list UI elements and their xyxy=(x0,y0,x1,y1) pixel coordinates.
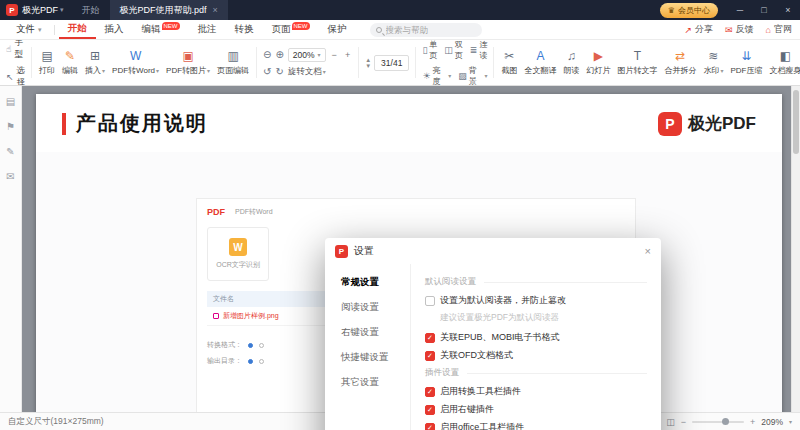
zoom-decrease-button[interactable]: − xyxy=(330,50,339,60)
attachments-icon[interactable]: ✉ xyxy=(6,171,14,182)
document-slim-button[interactable]: ◧文档瘦身 xyxy=(766,48,800,78)
share-button[interactable]: ↗分享 xyxy=(684,23,713,36)
menu-tab-page[interactable]: 页面NEW xyxy=(263,20,319,39)
play-icon: ▶ xyxy=(594,50,603,63)
inner-card-icon: W xyxy=(229,238,247,256)
convert-toolbar-plugin-row[interactable]: ✓ 启用转换工具栏插件 xyxy=(425,385,647,398)
hand-tool-button[interactable]: ☝手型 xyxy=(6,40,25,61)
close-tab-icon[interactable]: × xyxy=(213,5,218,15)
checkbox-checked-icon[interactable]: ✓ xyxy=(425,405,435,415)
brand-logo-icon: P xyxy=(658,112,682,136)
insert-button[interactable]: ⊞插入▾ xyxy=(82,48,108,78)
pencil-icon: ✎ xyxy=(65,50,75,63)
continuous-icon: ≣ xyxy=(470,45,478,55)
menu-tab-annotate[interactable]: 批注 xyxy=(189,20,226,39)
search-input[interactable] xyxy=(386,25,476,35)
zoom-slider[interactable] xyxy=(692,421,744,423)
titlebar-tab-document[interactable]: 极光PDF使用帮助.pdf × xyxy=(110,0,228,20)
screenshot-button[interactable]: ✂截图 xyxy=(498,48,520,78)
rotate-left-icon[interactable]: ↺ xyxy=(263,66,271,77)
app-menu-caret-icon[interactable]: ▾ xyxy=(60,6,64,14)
page-indicator[interactable]: 31/41 xyxy=(374,55,409,71)
default-reader-checkbox-row[interactable]: 设置为默认阅读器，并防止篡改 xyxy=(425,294,647,307)
feedback-icon: ✉ xyxy=(725,25,733,35)
nav-shortcut-settings[interactable]: 快捷键设置 xyxy=(325,345,410,370)
zoom-percentage[interactable]: 209% xyxy=(761,417,783,427)
left-panel-rail: ▤ ⚑ ✎ ✉ xyxy=(0,86,22,412)
zoom-level-select[interactable]: 200%▾ xyxy=(288,48,326,62)
scrollbar-thumb[interactable] xyxy=(793,90,799,154)
rotate-document-button[interactable]: 旋转文档▾ xyxy=(288,66,326,78)
epub-mobi-checkbox-row[interactable]: ✓ 关联EPUB、MOBI电子书格式 xyxy=(425,331,647,344)
image-to-text-button[interactable]: T图片转文字 xyxy=(614,48,660,78)
maximize-button[interactable]: □ xyxy=(752,0,776,20)
office-toolbar-plugin-row[interactable]: ✓ 启用office工具栏插件 xyxy=(425,421,647,430)
single-page-button[interactable]: ▯单页 xyxy=(422,40,437,61)
app-window: P 极光PDF ▾ 开始 极光PDF使用帮助.pdf × ♛ 会员中心 ─ □ … xyxy=(0,0,800,430)
edit-button[interactable]: ✎编辑 xyxy=(59,48,81,78)
page-down-icon[interactable]: ▼ xyxy=(365,63,371,69)
radio-icon xyxy=(248,343,253,348)
brightness-button[interactable]: ☀亮度▾ xyxy=(422,65,451,87)
pdf-to-image-button[interactable]: ▣PDF转图片▾ xyxy=(163,48,213,78)
menu-tab-convert[interactable]: 转换 xyxy=(226,20,263,39)
titlebar-tab-home[interactable]: 开始 xyxy=(72,0,110,20)
watermark-button[interactable]: ≋水印▾ xyxy=(700,48,726,78)
menu-tab-protect[interactable]: 保护 xyxy=(319,20,356,39)
crown-icon: ♛ xyxy=(668,6,675,15)
rotate-right-icon[interactable]: ↻ xyxy=(275,66,283,77)
website-button[interactable]: ⌂官网 xyxy=(766,23,792,36)
annotations-icon[interactable]: ✎ xyxy=(6,146,14,157)
menu-tab-insert[interactable]: 插入 xyxy=(96,20,133,39)
bookmarks-icon[interactable]: ⚑ xyxy=(6,121,15,132)
thumbnails-icon[interactable]: ▤ xyxy=(6,96,15,107)
print-button[interactable]: ▤打印 xyxy=(36,48,58,78)
read-aloud-button[interactable]: ♫朗读 xyxy=(560,48,582,78)
background-button[interactable]: ▨背景▾ xyxy=(458,65,487,87)
single-page-icon: ▯ xyxy=(422,45,427,55)
search-box[interactable] xyxy=(370,23,482,37)
checkbox-unchecked-icon[interactable] xyxy=(425,296,435,306)
double-page-button[interactable]: ◫双页 xyxy=(444,40,463,61)
nav-reading-settings[interactable]: 阅读设置 xyxy=(325,295,410,320)
nav-other-settings[interactable]: 其它设置 xyxy=(325,370,410,395)
page-edit-button[interactable]: ▥页面编辑 xyxy=(214,48,252,78)
merge-split-button[interactable]: ⇄合并拆分 xyxy=(661,48,699,78)
document-brand: P 极光PDF xyxy=(658,112,756,136)
zoom-slider-thumb[interactable] xyxy=(722,418,729,425)
zoom-out-button[interactable]: − xyxy=(681,417,686,427)
dialog-header: P 设置 × xyxy=(325,238,661,264)
nav-context-menu-settings[interactable]: 右键设置 xyxy=(325,320,410,345)
menu-tab-start[interactable]: 开始 xyxy=(59,20,96,39)
pdf-to-word-button[interactable]: WPDF转Word▾ xyxy=(109,48,162,78)
double-page-view-icon[interactable]: ◫ xyxy=(666,417,675,427)
context-plugin-row[interactable]: ✓ 启用右键插件 xyxy=(425,403,647,416)
nav-general-settings[interactable]: 常规设置 xyxy=(325,270,410,295)
vertical-scrollbar[interactable] xyxy=(791,86,800,412)
page-header: 产品使用说明 P 极光PDF xyxy=(36,94,782,149)
vip-center-button[interactable]: ♛ 会员中心 xyxy=(660,3,718,18)
select-tool-button[interactable]: ↖选择 xyxy=(6,65,25,87)
checkbox-checked-icon[interactable]: ✓ xyxy=(425,387,435,397)
zoom-increase-button[interactable]: + xyxy=(343,50,352,60)
menu-tab-edit[interactable]: 编辑NEW xyxy=(133,20,189,39)
slideshow-button[interactable]: ▶幻灯片 xyxy=(583,48,613,78)
dialog-logo-icon: P xyxy=(335,245,348,258)
zoom-in-icon[interactable]: ⊕ xyxy=(275,49,283,60)
feedback-button[interactable]: ✉反馈 xyxy=(725,23,754,36)
checkbox-checked-icon[interactable]: ✓ xyxy=(425,351,435,361)
translate-button[interactable]: A全文翻译 xyxy=(521,48,559,78)
share-icon: ↗ xyxy=(684,25,692,35)
close-dialog-icon[interactable]: × xyxy=(645,245,651,257)
close-window-button[interactable]: × xyxy=(776,0,800,20)
continuous-view-button[interactable]: ≣连读 xyxy=(470,40,488,61)
chevron-down-icon: ▾ xyxy=(323,68,326,75)
pdf-compress-button[interactable]: ⇊PDF压缩 xyxy=(727,48,765,78)
file-menu-button[interactable]: 文件▾ xyxy=(8,23,50,36)
ofd-checkbox-row[interactable]: ✓ 关联OFD文档格式 xyxy=(425,349,647,362)
zoom-in-button[interactable]: + xyxy=(750,417,755,427)
checkbox-checked-icon[interactable]: ✓ xyxy=(425,423,435,430)
zoom-out-icon[interactable]: ⊖ xyxy=(263,49,271,60)
checkbox-checked-icon[interactable]: ✓ xyxy=(425,333,435,343)
minimize-button[interactable]: ─ xyxy=(728,0,752,20)
